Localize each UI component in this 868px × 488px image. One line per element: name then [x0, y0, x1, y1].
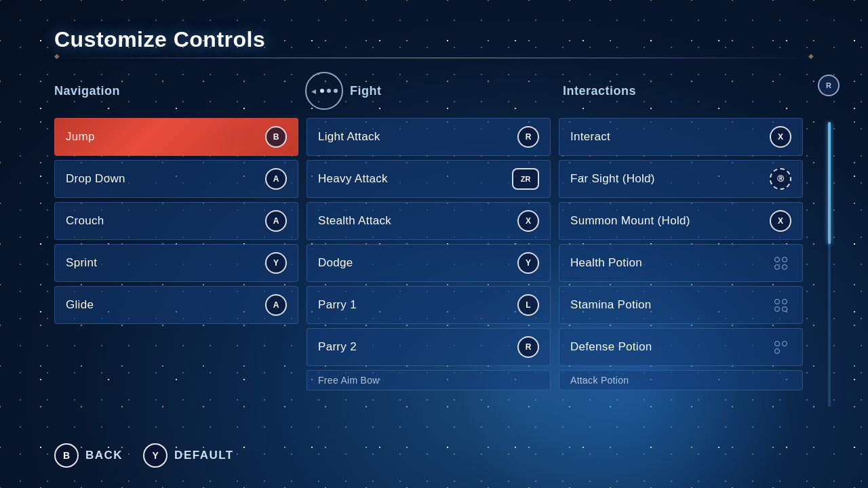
potion-dot-s4: [782, 306, 787, 312]
default-badge: Y: [143, 443, 167, 468]
nav-sprint-label: Sprint: [66, 256, 97, 270]
defense-potion-icon: [770, 336, 791, 358]
int-farsight-label: Far Sight (Hold): [570, 172, 655, 186]
fight-freeaim-label: Free Aim Bow: [318, 375, 380, 386]
r-corner-button[interactable]: R: [818, 75, 840, 96]
fight-row-dodge[interactable]: Dodge Y: [307, 244, 551, 282]
nav-column-label: Navigation: [54, 84, 120, 98]
dot-3: [334, 89, 338, 93]
nav-row-crouch[interactable]: Crouch A: [54, 202, 298, 240]
back-badge: B: [54, 443, 79, 468]
back-footer-btn[interactable]: B BACK: [54, 443, 123, 468]
potion-dots-stamina: [774, 299, 787, 312]
potion-dot-3: [774, 264, 780, 270]
int-interact-badge: X: [770, 126, 791, 148]
nav-header: Navigation: [54, 84, 305, 98]
potion-dot-1: [774, 257, 780, 262]
fight-stealth-badge: X: [517, 210, 539, 232]
scrollbar-thumb: [828, 122, 831, 244]
interactions-column-label: Interactions: [563, 84, 636, 98]
nav-dropdown-badge: A: [265, 168, 287, 190]
int-defense-label: Defense Potion: [570, 340, 652, 354]
back-label: BACK: [85, 449, 123, 462]
int-row-attack[interactable]: Attack Potion: [559, 370, 803, 390]
fight-dots: [320, 89, 338, 93]
nav-glide-label: Glide: [66, 298, 94, 312]
int-farsight-badge: Ⓡ: [770, 168, 791, 190]
fight-stealth-label: Stealth Attack: [318, 214, 391, 228]
page-container: Customize Controls R Navigation ◂: [0, 0, 868, 488]
scrollbar[interactable]: [828, 122, 831, 407]
nav-row-jump[interactable]: Jump B: [54, 118, 298, 156]
int-health-label: Health Potion: [570, 256, 642, 270]
dot-2: [327, 89, 331, 93]
fight-light-label: Light Attack: [318, 130, 380, 144]
potion-dot-s2: [782, 299, 787, 304]
fight-heavy-label: Heavy Attack: [318, 172, 388, 186]
nav-crouch-badge: A: [265, 210, 287, 232]
footer: B BACK Y DEFAULT: [54, 432, 814, 468]
nav-glide-badge: A: [265, 294, 287, 316]
fight-parry1-badge: L: [517, 294, 539, 316]
default-footer-btn[interactable]: Y DEFAULT: [143, 443, 234, 468]
int-attack-label: Attack Potion: [570, 375, 629, 386]
fight-row-parry1[interactable]: Parry 1 L: [307, 286, 551, 324]
page-title: Customize Controls: [54, 27, 814, 52]
column-headers: Navigation ◂ Fight Interactions: [54, 72, 814, 110]
potion-dot-s1: [774, 299, 780, 304]
columns-container: Jump B Drop Down A Crouch A Sprint Y Gli…: [54, 118, 814, 432]
potion-dots-defense: [774, 341, 787, 354]
interactions-header: Interactions: [563, 84, 814, 98]
potion-dot-2: [782, 257, 787, 262]
fight-parry2-badge: R: [517, 336, 539, 358]
left-arrow-icon: ◂: [311, 85, 316, 96]
fight-arrows: ◂: [311, 85, 338, 96]
health-potion-icon: [770, 252, 791, 274]
fight-parry1-label: Parry 1: [318, 298, 357, 312]
fight-light-badge: R: [517, 126, 539, 148]
int-row-health[interactable]: Health Potion: [559, 244, 803, 282]
int-stamina-label: Stamina Potion: [570, 298, 652, 312]
fight-heavy-badge: ZR: [512, 168, 539, 190]
int-row-interact[interactable]: Interact X: [559, 118, 803, 156]
potion-dot-d3: [774, 348, 780, 354]
int-row-stamina[interactable]: Stamina Potion: [559, 286, 803, 324]
fight-row-heavy[interactable]: Heavy Attack ZR: [307, 160, 551, 198]
title-divider: [54, 58, 814, 58]
potion-dots-4: [774, 257, 787, 270]
nav-row-sprint[interactable]: Sprint Y: [54, 244, 298, 282]
fight-column: Light Attack R Heavy Attack ZR Stealth A…: [307, 118, 551, 432]
default-label: DEFAULT: [174, 449, 234, 462]
fight-row-parry2[interactable]: Parry 2 R: [307, 328, 551, 366]
nav-jump-label: Jump: [66, 130, 95, 144]
nav-sprint-badge: Y: [265, 252, 287, 274]
nav-jump-badge: B: [265, 126, 287, 148]
int-row-summon[interactable]: Summon Mount (Hold) X: [559, 202, 803, 240]
nav-dropdown-label: Drop Down: [66, 172, 125, 186]
fight-parry2-label: Parry 2: [318, 340, 357, 354]
fight-row-stealth[interactable]: Stealth Attack X: [307, 202, 551, 240]
fight-header: ◂ Fight: [305, 72, 563, 110]
interactions-column: Interact X Far Sight (Hold) Ⓡ Summon Mou…: [559, 118, 803, 432]
fight-row-freeaim[interactable]: Free Aim Bow: [307, 370, 551, 390]
int-interact-label: Interact: [570, 130, 610, 144]
r-badge: R: [818, 75, 840, 96]
fight-selector-circle[interactable]: ◂: [305, 72, 343, 110]
int-summon-label: Summon Mount (Hold): [570, 214, 690, 228]
nav-row-dropdown[interactable]: Drop Down A: [54, 160, 298, 198]
dot-1: [320, 89, 324, 93]
int-row-farsight[interactable]: Far Sight (Hold) Ⓡ: [559, 160, 803, 198]
fight-column-label: Fight: [350, 84, 381, 98]
nav-row-glide[interactable]: Glide A: [54, 286, 298, 324]
potion-dot-d2: [782, 341, 787, 346]
fight-dodge-badge: Y: [517, 252, 539, 274]
potion-dot-d1: [774, 341, 780, 346]
int-summon-badge: X: [770, 210, 791, 232]
fight-dodge-label: Dodge: [318, 256, 353, 270]
potion-dot-4: [782, 264, 787, 270]
potion-dot-s3: [774, 306, 780, 312]
stamina-potion-icon: [770, 294, 791, 316]
navigation-column: Jump B Drop Down A Crouch A Sprint Y Gli…: [54, 118, 298, 432]
int-row-defense[interactable]: Defense Potion: [559, 328, 803, 366]
fight-row-light[interactable]: Light Attack R: [307, 118, 551, 156]
